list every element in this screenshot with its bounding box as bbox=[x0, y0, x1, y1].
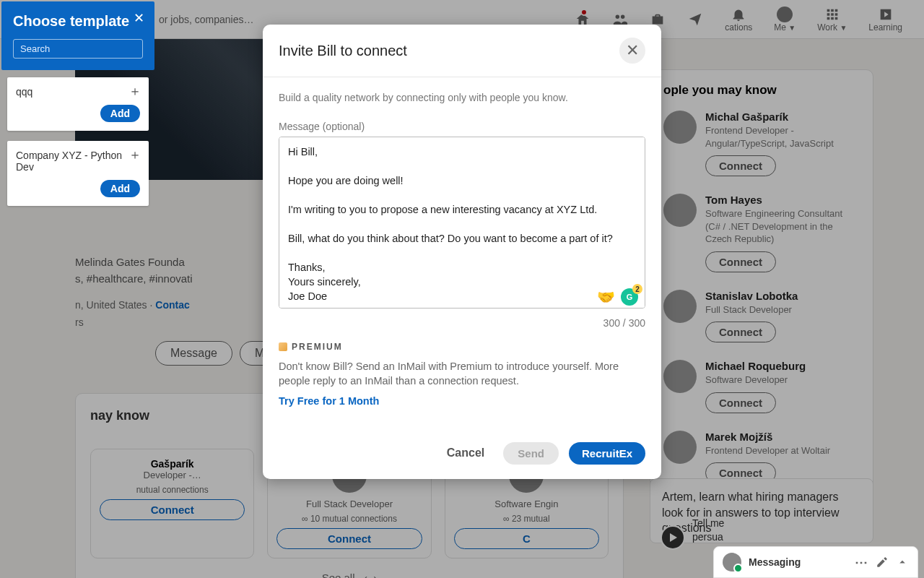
add-button[interactable]: Add bbox=[100, 180, 140, 197]
template-panel-header: Choose template ✕ bbox=[1, 1, 154, 70]
premium-text: Don't know Bill? Send an InMail with Pre… bbox=[279, 359, 645, 389]
messaging-bar[interactable]: Messaging ⋯ bbox=[713, 546, 918, 578]
cancel-button[interactable]: Cancel bbox=[438, 442, 493, 464]
modal-subtitle: Build a quality network by connecting on… bbox=[279, 92, 645, 103]
close-button[interactable]: ✕ bbox=[619, 38, 645, 64]
recruitex-button[interactable]: RecruitEx bbox=[569, 442, 645, 465]
message-label: Message (optional) bbox=[279, 121, 645, 132]
plus-icon[interactable]: ＋ bbox=[128, 86, 141, 96]
char-counter: 300 / 300 bbox=[279, 317, 645, 329]
template-title: Company XYZ - Python Dev bbox=[16, 150, 140, 173]
handshake-emoji-icon[interactable]: 🤝 bbox=[597, 288, 615, 306]
send-button[interactable]: Send bbox=[503, 442, 559, 465]
premium-try-link[interactable]: Try Free for 1 Month bbox=[279, 395, 379, 407]
message-textarea[interactable] bbox=[279, 137, 645, 309]
plus-icon[interactable]: ＋ bbox=[128, 150, 141, 160]
premium-badge: PREMIUM bbox=[279, 342, 645, 352]
grammarly-icon[interactable]: G bbox=[621, 288, 638, 306]
close-icon[interactable]: ✕ bbox=[134, 10, 144, 26]
compose-icon[interactable] bbox=[876, 556, 889, 569]
modal-title: Invite Bill to connect bbox=[279, 43, 407, 59]
template-panel-title: Choose template bbox=[13, 12, 143, 30]
more-icon[interactable]: ⋯ bbox=[855, 554, 868, 570]
template-search-input[interactable] bbox=[13, 39, 143, 59]
avatar bbox=[723, 553, 741, 571]
premium-square-icon bbox=[279, 342, 287, 351]
template-card[interactable]: Company XYZ - Python Dev ＋ Add bbox=[7, 141, 149, 206]
chevron-up-icon[interactable] bbox=[896, 556, 909, 569]
template-panel: Choose template ✕ qqq ＋ Add Company XYZ … bbox=[1, 1, 154, 213]
template-card[interactable]: qqq ＋ Add bbox=[7, 77, 149, 131]
add-button[interactable]: Add bbox=[100, 105, 140, 122]
invite-modal: Invite Bill to connect ✕ Build a quality… bbox=[263, 25, 661, 479]
messaging-label: Messaging bbox=[749, 556, 847, 568]
template-title: qqq bbox=[16, 86, 140, 98]
